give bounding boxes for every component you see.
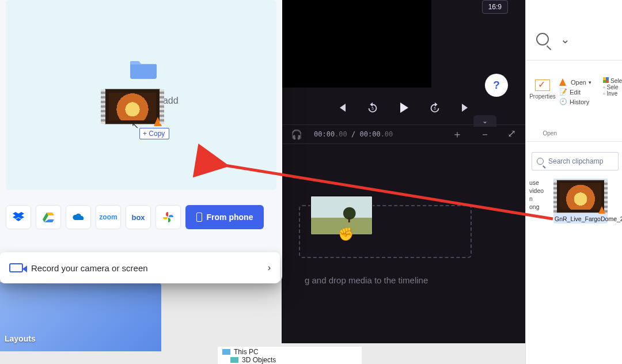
timecode: 00:00.00 / 00:00.00 [314, 130, 393, 138]
invert-selection-button[interactable]: ▫ Inve [603, 90, 622, 97]
tree-3d-objects[interactable]: 3D Objects [218, 356, 362, 364]
svg-text:5: 5 [371, 107, 374, 111]
history-button[interactable]: 🕘 History [559, 97, 603, 107]
search-input[interactable]: Search clipchamp [532, 152, 619, 170]
vlc-icon [559, 78, 566, 86]
select-none-button[interactable]: ▫ Sele [603, 84, 622, 90]
help-button[interactable]: ? [485, 74, 508, 97]
check-icon [535, 79, 550, 91]
edit-button[interactable]: 📝 Edit [559, 87, 603, 97]
folder-icon [129, 56, 158, 79]
camera-icon [9, 263, 23, 272]
file-explorer-panel: ⌄ Properties Open ▾ 📝 Edit 🕘 History Sel… [525, 0, 622, 364]
folder-icon [230, 357, 238, 363]
vlc-icon [154, 117, 162, 126]
zoom-fit-button[interactable]: ⤢ [507, 127, 516, 141]
record-label: Record your camera or screen [31, 263, 148, 273]
dragged-video-thumbnail[interactable] [105, 89, 160, 124]
rewind-5-button[interactable]: 5 [365, 100, 380, 115]
video-editor-panel: 16:9 ? 5 5 ⌄ 🎧 00:00.00 / 00:00.00 ＋ － ⤢ [282, 0, 525, 343]
phone-icon [196, 213, 202, 222]
preview-area [282, 0, 431, 88]
file-list: use video n ong GnR_Live_FargoDome_2021.… [526, 176, 622, 226]
layouts-label[interactable]: Layouts [5, 334, 36, 343]
google-drive-button[interactable] [36, 205, 61, 229]
file-name: GnR_Live_FargoDome_2021.mp4 [555, 215, 606, 222]
file-item-selected[interactable]: GnR_Live_FargoDome_2021.mp4 [553, 179, 608, 223]
dropbox-button[interactable] [6, 205, 31, 229]
media-sources-row: zoom box From phone [6, 203, 276, 232]
audio-detach-icon[interactable]: 🎧 [291, 129, 302, 140]
zoom-in-button[interactable]: ＋ [452, 127, 462, 141]
explorer-toolbar: ⌄ [526, 21, 622, 58]
record-button[interactable]: Record your camera or screen › [0, 252, 280, 283]
play-button[interactable] [396, 100, 411, 115]
pc-icon [222, 349, 230, 355]
search-icon [537, 158, 544, 165]
select-all-button[interactable]: Sele [603, 77, 622, 84]
timeline-drop-hint: g and drop media to the timeline [305, 275, 428, 285]
svg-text:5: 5 [434, 107, 436, 111]
cursor-icon: ↖ [131, 120, 139, 131]
timeline[interactable]: ✊ g and drop media to the timeline [282, 179, 525, 343]
aspect-ratio-button[interactable]: 16:9 [482, 0, 508, 14]
search-icon[interactable] [536, 33, 549, 46]
from-phone-button[interactable]: From phone [185, 205, 264, 229]
onedrive-button[interactable] [66, 205, 91, 229]
copy-tooltip: + Copy [139, 128, 169, 139]
video-thumbnail [556, 180, 605, 213]
vlc-icon [598, 206, 605, 214]
ribbon: Properties Open ▾ 📝 Edit 🕘 History Sele … [526, 77, 622, 107]
skip-start-button[interactable] [334, 100, 349, 115]
svg-rect-3 [348, 217, 350, 222]
google-photos-button[interactable] [156, 205, 181, 229]
box-button[interactable]: box [126, 205, 151, 229]
chevron-right-icon: › [268, 263, 271, 273]
file-item-partial[interactable]: use video n ong [529, 179, 549, 223]
forward-5-button[interactable]: 5 [427, 100, 442, 115]
chevron-down-icon[interactable]: ⌄ [560, 32, 570, 46]
tree-this-pc[interactable]: This PC [218, 348, 362, 356]
search-placeholder: Search clipchamp [548, 157, 603, 165]
properties-button[interactable]: Properties [526, 77, 559, 107]
open-group-label: Open [526, 130, 574, 136]
skip-end-button[interactable] [458, 100, 473, 115]
media-dropzone[interactable]: Drop media to add ↖ + Copy [6, 0, 276, 190]
media-panel: Drop media to add ↖ + Copy zoom box From… [0, 0, 282, 282]
zoom-button[interactable]: zoom [96, 205, 121, 229]
time-toolbar: 🎧 00:00.00 / 00:00.00 ＋ － ⤢ [282, 124, 525, 144]
open-menu[interactable]: Open ▾ [559, 77, 603, 87]
explorer-tree-fragment: This PC 3D Objects [218, 347, 362, 364]
grab-cursor-icon: ✊ [338, 227, 354, 242]
zoom-out-button[interactable]: － [480, 127, 490, 141]
